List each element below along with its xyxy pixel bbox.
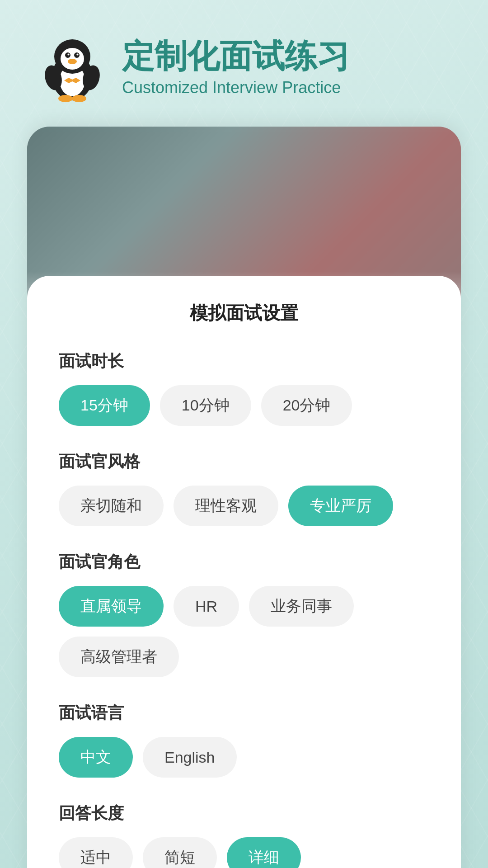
logo-container (36, 32, 108, 104)
role-options: 直属领导 HR 业务同事 高级管理者 (59, 586, 429, 677)
page-container: 定制化面试练习 Customized Interview Practice 模拟… (0, 0, 488, 868)
settings-panel: 模拟面试设置 面试时长 15分钟 10分钟 20分钟 面试官风格 亲切随和 理性… (27, 276, 461, 868)
section-duration-label: 面试时长 (59, 350, 429, 373)
video-preview (27, 127, 461, 298)
header: 定制化面试练习 Customized Interview Practice (0, 0, 488, 127)
answer-length-options: 适中 简短 详细 (59, 837, 429, 868)
header-title-cn: 定制化面试练习 (122, 38, 350, 74)
section-role-label: 面试官角色 (59, 551, 429, 573)
option-friendly[interactable]: 亲切随和 (59, 486, 164, 526)
section-style: 面试官风格 亲切随和 理性客观 专业严厉 (59, 451, 429, 526)
svg-point-11 (58, 95, 73, 102)
section-answer-length: 回答长度 适中 简短 详细 (59, 802, 429, 868)
svg-point-5 (74, 52, 80, 58)
svg-point-6 (68, 54, 70, 56)
header-title-en: Customized Interview Practice (122, 78, 350, 97)
option-hr[interactable]: HR (174, 586, 239, 627)
header-text: 定制化面试练习 Customized Interview Practice (122, 38, 350, 97)
option-senior[interactable]: 高级管理者 (59, 637, 179, 677)
settings-title: 模拟面试设置 (59, 301, 429, 326)
section-style-label: 面试官风格 (59, 451, 429, 473)
option-english[interactable]: English (143, 737, 237, 778)
section-role: 面试官角色 直属领导 HR 业务同事 高级管理者 (59, 551, 429, 677)
style-options: 亲切随和 理性客观 专业严厉 (59, 486, 429, 526)
option-20min[interactable]: 20分钟 (261, 385, 352, 426)
option-15min[interactable]: 15分钟 (59, 385, 150, 426)
section-duration: 面试时长 15分钟 10分钟 20分钟 (59, 350, 429, 426)
language-options: 中文 English (59, 737, 429, 778)
section-language-label: 面试语言 (59, 702, 429, 724)
option-chinese[interactable]: 中文 (59, 737, 133, 778)
option-medium[interactable]: 适中 (59, 837, 133, 868)
mascot-icon (36, 32, 108, 104)
option-direct-lead[interactable]: 直属领导 (59, 586, 164, 627)
option-colleague[interactable]: 业务同事 (249, 586, 354, 627)
svg-point-4 (65, 52, 70, 58)
option-short[interactable]: 简短 (143, 837, 217, 868)
section-answer-length-label: 回答长度 (59, 802, 429, 825)
option-rational[interactable]: 理性客观 (174, 486, 278, 526)
option-detailed[interactable]: 详细 (227, 837, 301, 868)
svg-point-7 (77, 54, 79, 56)
section-language: 面试语言 中文 English (59, 702, 429, 778)
main-card: 模拟面试设置 面试时长 15分钟 10分钟 20分钟 面试官风格 亲切随和 理性… (27, 127, 461, 868)
duration-options: 15分钟 10分钟 20分钟 (59, 385, 429, 426)
svg-point-12 (72, 95, 86, 102)
option-10min[interactable]: 10分钟 (160, 385, 251, 426)
option-strict[interactable]: 专业严厉 (288, 486, 393, 526)
svg-point-8 (68, 59, 77, 64)
